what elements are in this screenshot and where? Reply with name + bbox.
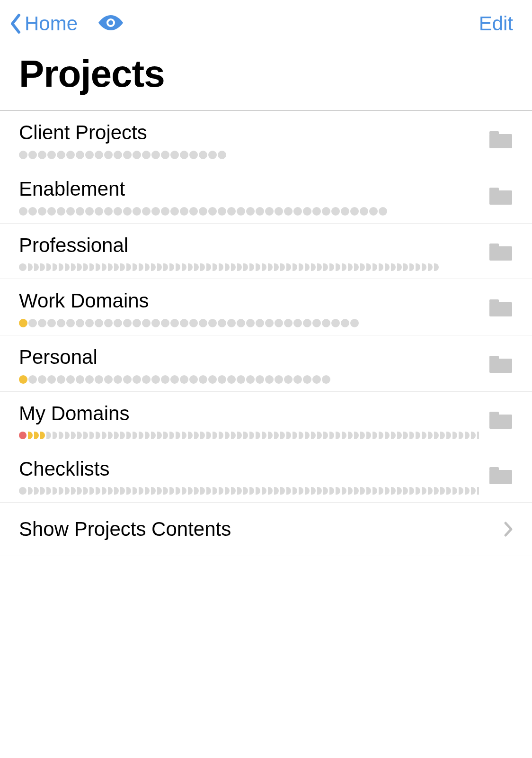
status-marker bbox=[182, 487, 186, 495]
status-marker bbox=[28, 375, 37, 384]
project-row[interactable]: My Domains bbox=[0, 392, 532, 447]
status-marker bbox=[342, 487, 346, 495]
project-row[interactable]: Work Domains bbox=[0, 279, 532, 335]
project-row[interactable]: Checklists bbox=[0, 447, 532, 503]
show-contents-row[interactable]: Show Projects Contents bbox=[0, 503, 532, 556]
status-marker bbox=[170, 319, 179, 327]
status-marker bbox=[303, 375, 311, 384]
svg-rect-13 bbox=[489, 415, 512, 429]
eye-button[interactable] bbox=[97, 13, 125, 34]
status-marker bbox=[397, 487, 402, 495]
status-marker bbox=[133, 432, 137, 439]
project-row[interactable]: Client Projects bbox=[0, 111, 532, 167]
status-marker bbox=[189, 319, 198, 327]
status-marker bbox=[206, 432, 211, 439]
status-marker bbox=[331, 319, 340, 327]
status-marker bbox=[76, 207, 84, 216]
status-marker bbox=[268, 487, 273, 495]
status-marker bbox=[446, 487, 451, 495]
status-marker bbox=[459, 432, 463, 439]
status-marker bbox=[114, 432, 119, 439]
status-marker bbox=[329, 487, 334, 495]
status-marker bbox=[372, 432, 377, 439]
status-marker bbox=[176, 432, 180, 439]
folder-icon bbox=[479, 186, 513, 208]
status-marker bbox=[305, 263, 310, 271]
status-marker bbox=[360, 207, 368, 216]
status-marker bbox=[85, 319, 94, 327]
project-row[interactable]: Enablement bbox=[0, 167, 532, 224]
status-marker bbox=[256, 207, 264, 216]
status-marker bbox=[323, 487, 328, 495]
status-marker bbox=[169, 487, 174, 495]
status-marker bbox=[180, 151, 188, 159]
status-marker bbox=[102, 487, 106, 495]
status-marker bbox=[243, 487, 248, 495]
back-button[interactable]: Home bbox=[9, 12, 78, 35]
status-marker bbox=[249, 432, 254, 439]
status-marker bbox=[219, 263, 223, 271]
status-marker bbox=[71, 263, 76, 271]
status-marker bbox=[163, 487, 168, 495]
status-marker bbox=[83, 263, 88, 271]
status-marker bbox=[218, 319, 226, 327]
status-marker bbox=[341, 319, 349, 327]
status-marker bbox=[28, 151, 37, 159]
project-left: My Domains bbox=[19, 402, 479, 439]
page-title: Projects bbox=[0, 47, 532, 110]
status-marker bbox=[286, 263, 291, 271]
project-left: Professional bbox=[19, 234, 479, 271]
status-marker bbox=[19, 432, 27, 439]
status-marker bbox=[274, 432, 279, 439]
status-marker bbox=[237, 487, 242, 495]
status-marker bbox=[379, 432, 383, 439]
status-marker bbox=[194, 263, 199, 271]
project-row[interactable]: Professional bbox=[0, 224, 532, 279]
status-marker bbox=[225, 432, 230, 439]
status-marker bbox=[151, 151, 160, 159]
status-marker bbox=[180, 375, 188, 384]
status-marker bbox=[157, 432, 162, 439]
status-marker bbox=[66, 375, 75, 384]
status-marker bbox=[188, 263, 193, 271]
project-row[interactable]: Personal bbox=[0, 335, 532, 392]
status-marker bbox=[161, 319, 169, 327]
status-marker bbox=[47, 375, 56, 384]
status-marker bbox=[246, 375, 255, 384]
status-marker bbox=[66, 207, 75, 216]
edit-button[interactable]: Edit bbox=[479, 12, 513, 35]
status-marker bbox=[354, 263, 359, 271]
status-marker bbox=[284, 375, 293, 384]
status-marker bbox=[231, 263, 236, 271]
status-marker bbox=[256, 375, 264, 384]
status-marker bbox=[19, 375, 27, 384]
project-left: Client Projects bbox=[19, 121, 479, 159]
status-marker bbox=[145, 263, 150, 271]
status-marker bbox=[170, 151, 179, 159]
status-marker bbox=[28, 207, 37, 216]
status-marker bbox=[372, 487, 377, 495]
folder-icon bbox=[479, 354, 513, 376]
status-marker bbox=[275, 207, 283, 216]
status-marker bbox=[275, 375, 283, 384]
svg-rect-15 bbox=[489, 470, 512, 484]
status-marker bbox=[218, 375, 226, 384]
status-dots bbox=[19, 263, 479, 271]
status-marker bbox=[133, 487, 137, 495]
status-marker bbox=[151, 432, 156, 439]
status-marker bbox=[237, 207, 245, 216]
status-marker bbox=[28, 432, 33, 439]
status-marker bbox=[142, 151, 151, 159]
status-marker bbox=[206, 487, 211, 495]
status-marker bbox=[219, 487, 223, 495]
status-marker bbox=[182, 432, 186, 439]
status-marker bbox=[385, 432, 390, 439]
status-dots bbox=[19, 319, 479, 327]
status-marker bbox=[293, 432, 297, 439]
status-dots bbox=[19, 375, 479, 384]
status-marker bbox=[372, 263, 377, 271]
status-marker bbox=[311, 432, 316, 439]
status-marker bbox=[268, 432, 273, 439]
status-marker bbox=[369, 207, 378, 216]
status-marker bbox=[38, 151, 46, 159]
